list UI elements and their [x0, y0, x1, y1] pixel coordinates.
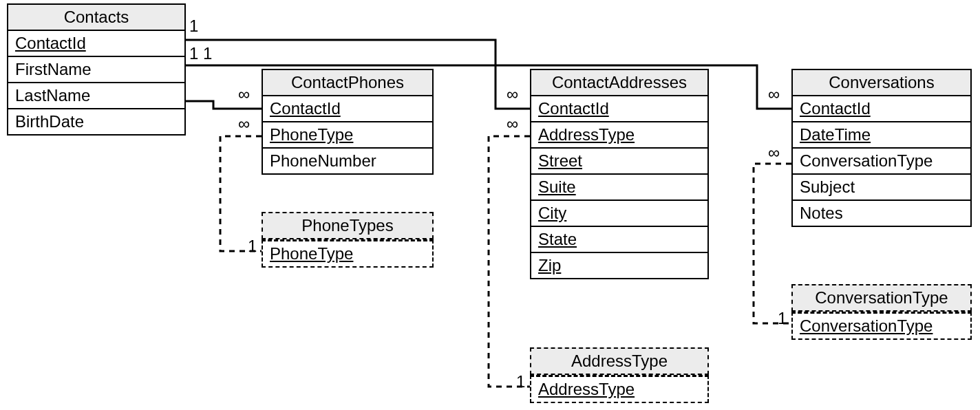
- entity-field: City: [530, 201, 709, 227]
- cardinality-many: ∞: [768, 144, 780, 161]
- entity-title: ContactAddresses: [530, 69, 709, 96]
- entity-field: Zip: [530, 253, 709, 279]
- entity-title: AddressType: [530, 347, 709, 375]
- entity-field: ContactId: [791, 96, 972, 122]
- cardinality-one: 1: [189, 45, 198, 62]
- entity-field: ContactId: [530, 96, 709, 122]
- entity-field: ConversationType: [791, 149, 972, 175]
- entity-field: ConversationType: [791, 312, 972, 340]
- cardinality-one: 1: [516, 374, 525, 390]
- entity-title: ConversationType: [791, 284, 972, 312]
- entity-field: DateTime: [791, 122, 972, 149]
- cardinality-one: 1: [203, 45, 212, 62]
- cardinality-one: 1: [778, 310, 787, 327]
- cardinality-one: 1: [189, 18, 198, 34]
- cardinality-many: ∞: [768, 86, 780, 102]
- cardinality-many: ∞: [238, 116, 250, 132]
- entity-title: PhoneTypes: [262, 212, 434, 239]
- entity-field: AddressType: [530, 122, 709, 149]
- entity-field: LastName: [7, 83, 186, 109]
- entity-field: PhoneNumber: [262, 149, 434, 175]
- entity-conversations: Conversations ContactId DateTime Convers…: [791, 69, 972, 227]
- cardinality-many: ∞: [507, 116, 518, 132]
- entity-address-type: AddressType AddressType: [530, 347, 709, 403]
- entity-field: AddressType: [530, 375, 709, 403]
- entity-field: PhoneType: [262, 122, 434, 149]
- cardinality-one: 1: [248, 238, 257, 255]
- entity-contact-addresses: ContactAddresses ContactId AddressType S…: [530, 69, 709, 279]
- entity-field: Subject: [791, 175, 972, 201]
- entity-field: ContactId: [7, 31, 186, 57]
- cardinality-many: ∞: [507, 86, 518, 102]
- entity-field: Street: [530, 149, 709, 175]
- entity-field: PhoneType: [262, 239, 434, 268]
- entity-field: State: [530, 227, 709, 253]
- cardinality-many: ∞: [238, 86, 250, 102]
- entity-field: Suite: [530, 175, 709, 201]
- entity-phone-types: PhoneTypes PhoneType: [262, 212, 434, 268]
- entity-title: Conversations: [791, 69, 972, 96]
- entity-field: BirthDate: [7, 109, 186, 136]
- entity-contact-phones: ContactPhones ContactId PhoneType PhoneN…: [262, 69, 434, 175]
- entity-field: Notes: [791, 201, 972, 227]
- entity-title: ContactPhones: [262, 69, 434, 96]
- entity-contacts: Contacts ContactId FirstName LastName Bi…: [7, 3, 186, 136]
- entity-title: Contacts: [7, 3, 186, 31]
- entity-field: ContactId: [262, 96, 434, 122]
- entity-conversation-type: ConversationType ConversationType: [791, 284, 972, 340]
- entity-field: FirstName: [7, 57, 186, 83]
